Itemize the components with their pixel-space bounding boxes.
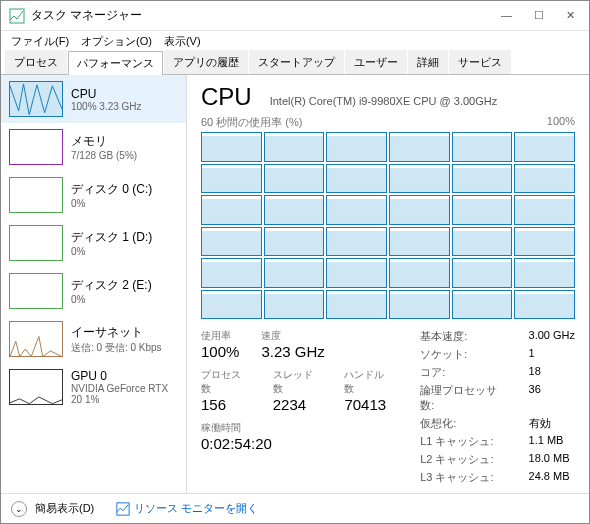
thumb-gpu — [9, 369, 63, 405]
cpu-core-chart — [452, 290, 513, 320]
sidebar-item[interactable]: CPU100% 3.23 GHz — [1, 75, 186, 123]
cpu-core-chart — [514, 227, 575, 257]
stat-value: 70413 — [344, 396, 394, 413]
cpu-core-chart — [264, 195, 325, 225]
spec-val: 1 — [529, 347, 575, 362]
footer: ⌄ 簡易表示(D) リソース モニターを開く — [1, 493, 589, 523]
cpu-core-chart — [264, 290, 325, 320]
cpu-core-chart — [326, 164, 387, 194]
cpu-core-chart — [326, 258, 387, 288]
spec-key: ソケット: — [420, 347, 510, 362]
stat-value: 100% — [201, 343, 239, 360]
tab[interactable]: スタートアップ — [249, 50, 344, 74]
sidebar-item-title: ディスク 0 (C:) — [71, 181, 152, 198]
svg-rect-2 — [117, 502, 129, 514]
sidebar-item-title: ディスク 2 (E:) — [71, 277, 152, 294]
tab[interactable]: サービス — [449, 50, 511, 74]
cpu-core-chart — [201, 290, 262, 320]
cpu-core-chart — [264, 164, 325, 194]
sidebar-item[interactable]: ディスク 1 (D:)0% — [1, 219, 186, 267]
cpu-core-chart — [514, 164, 575, 194]
cpu-core-chart — [264, 258, 325, 288]
sidebar-item-title: ディスク 1 (D:) — [71, 229, 152, 246]
tabbar: プロセスパフォーマンスアプリの履歴スタートアップユーザー詳細サービス — [1, 51, 589, 75]
cpu-core-chart — [514, 195, 575, 225]
collapse-icon[interactable]: ⌄ — [11, 501, 27, 517]
cpu-core-chart — [514, 258, 575, 288]
spec-key: 仮想化: — [420, 416, 510, 431]
cpu-core-chart — [201, 132, 262, 162]
sidebar-item[interactable]: ディスク 2 (E:)0% — [1, 267, 186, 315]
cpu-core-chart — [326, 195, 387, 225]
sidebar-item[interactable]: メモリ7/128 GB (5%) — [1, 123, 186, 171]
close-button[interactable]: ✕ — [560, 9, 581, 22]
window-title: タスク マネージャー — [31, 7, 495, 24]
sidebar: CPU100% 3.23 GHzメモリ7/128 GB (5%)ディスク 0 (… — [1, 75, 187, 493]
sidebar-item[interactable]: イーサネット送信: 0 受信: 0 Kbps — [1, 315, 186, 363]
cpu-core-chart — [389, 290, 450, 320]
spec-val: 18 — [529, 365, 575, 380]
stat-label: 速度 — [261, 329, 324, 343]
thumb-disk — [9, 273, 63, 309]
tab[interactable]: パフォーマンス — [68, 51, 163, 75]
sidebar-item-title: GPU 0 — [71, 369, 178, 383]
cpu-core-chart — [452, 132, 513, 162]
resource-monitor-link[interactable]: リソース モニターを開く — [116, 501, 258, 516]
stat-label: ハンドル数 — [344, 368, 394, 396]
cpu-core-chart — [452, 258, 513, 288]
sidebar-item-sub: 0% — [71, 246, 152, 257]
cpu-core-chart — [389, 132, 450, 162]
spec-key: L1 キャッシュ: — [420, 434, 510, 449]
menu-item[interactable]: 表示(V) — [160, 34, 205, 49]
spec-key: L3 キャッシュ: — [420, 470, 510, 485]
fewer-details-button[interactable]: 簡易表示(D) — [35, 501, 94, 516]
cpu-core-chart — [326, 132, 387, 162]
tab[interactable]: プロセス — [5, 50, 67, 74]
stat-label: プロセス数 — [201, 368, 251, 396]
thumb-net — [9, 321, 63, 357]
cpu-core-chart — [452, 164, 513, 194]
cpu-core-chart — [514, 132, 575, 162]
cpu-core-chart — [514, 290, 575, 320]
spec-key: L2 キャッシュ: — [420, 452, 510, 467]
stat-value: 156 — [201, 396, 251, 413]
spec-key: コア: — [420, 365, 510, 380]
spec-table: 基本速度:3.00 GHzソケット:1コア:18論理プロセッサ数:36仮想化:有… — [420, 329, 575, 485]
cpu-core-chart — [201, 258, 262, 288]
chart-caption-left: 60 秒間の使用率 (%) — [201, 115, 302, 130]
cpu-core-chart — [389, 258, 450, 288]
sidebar-item-sub: NVIDIA GeForce RTX 20 1% — [71, 383, 178, 405]
monitor-icon — [116, 502, 130, 516]
cpu-core-chart — [264, 227, 325, 257]
maximize-button[interactable]: ☐ — [528, 9, 550, 22]
minimize-button[interactable]: — — [495, 9, 518, 22]
tab[interactable]: ユーザー — [345, 50, 407, 74]
chart-caption-right: 100% — [547, 115, 575, 130]
sidebar-item-title: イーサネット — [71, 324, 162, 341]
sidebar-item-sub: 100% 3.23 GHz — [71, 101, 142, 112]
sidebar-item[interactable]: GPU 0NVIDIA GeForce RTX 20 1% — [1, 363, 186, 411]
svg-rect-0 — [10, 9, 24, 23]
tab[interactable]: アプリの履歴 — [164, 50, 248, 74]
thumb-mem — [9, 129, 63, 165]
sidebar-item-sub: 7/128 GB (5%) — [71, 150, 137, 161]
tab[interactable]: 詳細 — [408, 50, 448, 74]
menu-item[interactable]: ファイル(F) — [7, 34, 73, 49]
menu-item[interactable]: オプション(O) — [77, 34, 156, 49]
sidebar-item[interactable]: ディスク 0 (C:)0% — [1, 171, 186, 219]
stat-value: 3.23 GHz — [261, 343, 324, 360]
cpu-core-chart — [326, 290, 387, 320]
cpu-core-chart — [389, 164, 450, 194]
stat-label: 稼働時間 — [201, 421, 272, 435]
sidebar-item-sub: 送信: 0 受信: 0 Kbps — [71, 341, 162, 355]
spec-val: 有効 — [529, 416, 575, 431]
menubar: ファイル(F)オプション(O)表示(V) — [1, 31, 589, 51]
spec-val: 18.0 MB — [529, 452, 575, 467]
spec-val: 3.00 GHz — [529, 329, 575, 344]
stat-label: 使用率 — [201, 329, 239, 343]
main-panel: CPU Intel(R) Core(TM) i9-9980XE CPU @ 3.… — [187, 75, 589, 493]
cpu-core-chart — [389, 227, 450, 257]
thumb-disk — [9, 177, 63, 213]
main-heading: CPU — [201, 83, 252, 111]
stat-value: 2234 — [273, 396, 323, 413]
